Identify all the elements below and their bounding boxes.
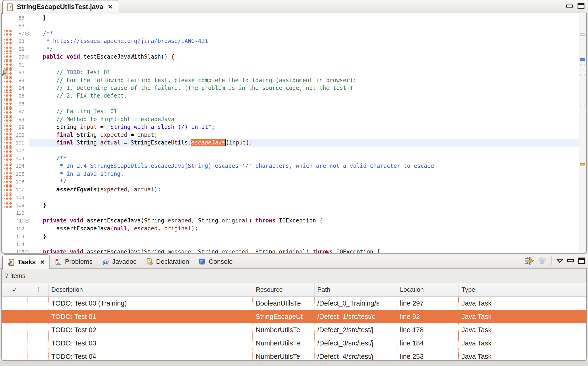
editor-gutter[interactable]: 98: [2, 115, 30, 123]
column-header-location[interactable]: Location: [397, 283, 459, 296]
code-line-100[interactable]: 100 final String expected = input;: [2, 131, 579, 139]
editor-gutter[interactable]: 90−: [2, 53, 30, 61]
column-header-priority[interactable]: !: [28, 283, 49, 296]
overview-marker-generic[interactable]: [580, 74, 585, 76]
editor-gutter[interactable]: 114: [2, 240, 30, 248]
overview-marker-generic[interactable]: [580, 33, 585, 36]
task-row-0[interactable]: TODO: Test 00 (Training)BooleanUtilsTe/D…: [2, 297, 586, 310]
editor-tab-stringescapeutilstest[interactable]: J StringEscapeUtilsTest.java ✕: [2, 0, 118, 14]
editor-gutter[interactable]: 103: [2, 154, 30, 162]
code-line-103[interactable]: 103 /**: [2, 154, 579, 162]
editor-gutter[interactable]: 94: [2, 84, 30, 92]
tab-problems[interactable]: Problems: [50, 254, 97, 269]
column-header-resource[interactable]: Resource: [253, 283, 315, 296]
editor-gutter[interactable]: 97: [2, 108, 30, 115]
editor-gutter[interactable]: 100: [2, 131, 30, 139]
fold-collapse-icon[interactable]: −: [25, 31, 29, 36]
code-line-110[interactable]: 110: [2, 209, 579, 217]
code-line-102[interactable]: 102: [2, 147, 579, 154]
editor-gutter[interactable]: 111−: [2, 217, 30, 225]
code-line-92[interactable]: 92 // TODO: Test 01: [2, 69, 579, 76]
editor-gutter[interactable]: 96: [2, 100, 30, 108]
fold-collapse-icon[interactable]: −: [25, 219, 29, 223]
editor-tab-close-icon[interactable]: ✕: [108, 3, 113, 10]
editor-gutter[interactable]: 108: [2, 193, 30, 201]
overview-ruler[interactable]: [579, 13, 586, 253]
overview-marker-generic[interactable]: [580, 105, 585, 107]
editor-gutter[interactable]: 95: [2, 92, 30, 100]
editor-gutter[interactable]: 87−: [2, 30, 30, 37]
task-row-2[interactable]: TODO: Test 02NumberUtilsTe/Defect_2/src/…: [2, 323, 586, 336]
editor-gutter[interactable]: 106: [2, 178, 30, 186]
tab-console[interactable]: Console: [194, 254, 237, 269]
editor-gutter[interactable]: 92: [2, 69, 30, 76]
editor-gutter[interactable]: 115−: [2, 248, 30, 253]
code-line-85[interactable]: 85 }: [2, 14, 579, 22]
code-line-90[interactable]: 90− public void testEscapeJavaWithSlash(…: [2, 53, 579, 61]
overview-marker-info-blue[interactable]: [580, 58, 585, 61]
tab-javadoc[interactable]: @Javadoc: [97, 254, 141, 269]
code-line-113[interactable]: 113 }: [2, 232, 579, 240]
view-menu-button[interactable]: [556, 259, 563, 263]
code-line-87[interactable]: 87− /**: [2, 30, 579, 37]
task-row-3[interactable]: TODO: Test 03NumberUtilsTe/Defect_3/src/…: [2, 336, 586, 350]
code-line-86[interactable]: 86: [2, 22, 579, 30]
overview-marker-generic[interactable]: [580, 64, 585, 66]
code-line-106[interactable]: 106 */: [2, 178, 579, 186]
code-line-89[interactable]: 89 */: [2, 45, 579, 53]
editor-gutter[interactable]: 112: [2, 225, 30, 232]
editor-minimize-button[interactable]: [566, 4, 573, 8]
editor-gutter[interactable]: 104: [2, 162, 30, 170]
editor-gutter[interactable]: 85: [2, 14, 30, 22]
focus-on-workweek-button[interactable]: [524, 256, 534, 265]
tab-close-icon[interactable]: ✕: [40, 259, 45, 266]
code-line-101[interactable]: 101 final String actual = StringEscapeUt…: [2, 139, 579, 147]
overview-marker-task-gold[interactable]: [580, 163, 585, 166]
code-line-109[interactable]: 109 }: [2, 201, 579, 209]
tab-tasks[interactable]: Tasks✕: [2, 254, 50, 269]
column-header-type[interactable]: Type: [459, 283, 586, 296]
editor-gutter[interactable]: 93: [2, 76, 30, 84]
code-line-115[interactable]: 115− private void assertEscapeJava(Strin…: [2, 248, 579, 253]
code-line-111[interactable]: 111− private void assertEscapeJava(Strin…: [2, 217, 579, 225]
editor-gutter[interactable]: 110: [2, 209, 30, 217]
column-header-completion[interactable]: ✓: [2, 283, 28, 296]
tab-declaration[interactable]: (eDeclaration: [141, 254, 194, 269]
code-line-88[interactable]: 88 * https://issues.apache.org/jira/brow…: [2, 37, 579, 45]
editor-gutter[interactable]: 105: [2, 170, 30, 178]
fold-collapse-icon[interactable]: −: [25, 55, 29, 59]
code-line-94[interactable]: 94 // 1. Determine cause of the failure.…: [2, 84, 579, 92]
editor-gutter[interactable]: 102: [2, 147, 30, 154]
code-line-99[interactable]: 99 String input = "String with a slash (…: [2, 123, 579, 131]
code-line-112[interactable]: 112 assertEscapeJava(null, escaped, orig…: [2, 225, 579, 232]
editor-gutter[interactable]: 89: [2, 45, 30, 53]
code-line-96[interactable]: 96: [2, 100, 579, 108]
column-header-path[interactable]: Path: [315, 283, 397, 296]
editor-gutter[interactable]: 109: [2, 201, 30, 209]
code-line-105[interactable]: 105 * in a Java string.: [2, 170, 579, 178]
code-line-107[interactable]: 107 assertEquals(expected, actual);: [2, 186, 579, 193]
code-line-91[interactable]: 91: [2, 61, 579, 69]
editor-gutter[interactable]: 99: [2, 123, 30, 131]
code-line-98[interactable]: 98 // Method to highlight = escapeJava: [2, 115, 579, 123]
task-row-4[interactable]: TODO: Test 04NumberUtilsTe/Defect_4/src/…: [2, 350, 586, 361]
editor-gutter[interactable]: 86: [2, 22, 30, 30]
column-header-description[interactable]: Description: [49, 283, 253, 296]
java-task-marker-icon[interactable]: [2, 69, 9, 76]
code-line-108[interactable]: 108: [2, 193, 579, 201]
code-line-93[interactable]: 93 // For the following failing test, pl…: [2, 76, 579, 84]
editor-gutter[interactable]: 107: [2, 186, 30, 193]
fold-collapse-icon[interactable]: −: [25, 250, 29, 253]
code-line-114[interactable]: 114: [2, 240, 579, 248]
editor-maximize-button[interactable]: [577, 3, 585, 9]
editor-gutter[interactable]: 101: [2, 139, 30, 147]
task-row-1[interactable]: TODO: Test 01StringEscapeUt/Defect_1/src…: [2, 310, 586, 323]
editor-gutter[interactable]: 113: [2, 232, 30, 240]
minimize-button[interactable]: [567, 259, 574, 262]
maximize-button[interactable]: [578, 258, 585, 264]
code-area[interactable]: 85 }8687− /**88 * https://issues.apache.…: [2, 13, 579, 253]
code-line-104[interactable]: 104 * In 2.4 StringEscapeUtils.escapeJav…: [2, 162, 579, 170]
editor-gutter[interactable]: 91: [2, 61, 30, 69]
editor-gutter[interactable]: 88: [2, 37, 30, 45]
categories-button[interactable]: [538, 257, 547, 265]
